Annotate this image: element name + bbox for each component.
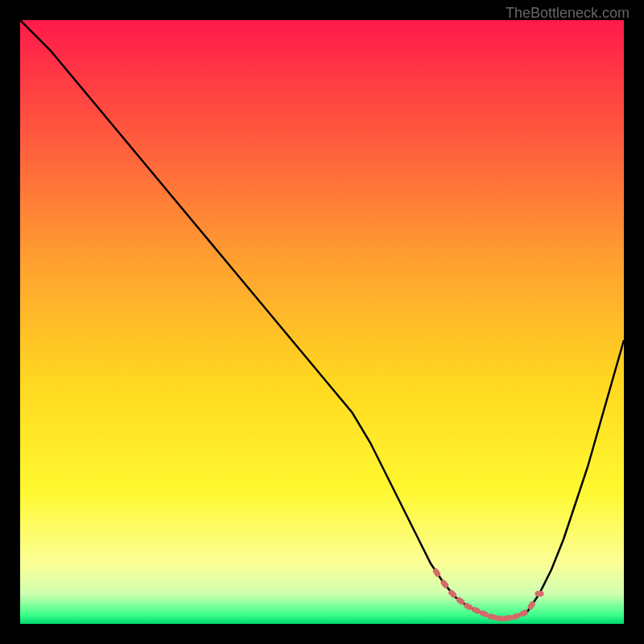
chart-area xyxy=(20,20,624,624)
gradient-background xyxy=(20,20,624,624)
svg-rect-13 xyxy=(535,591,544,597)
chart-svg xyxy=(20,20,624,624)
watermark-text: TheBottleneck.com xyxy=(506,5,630,22)
